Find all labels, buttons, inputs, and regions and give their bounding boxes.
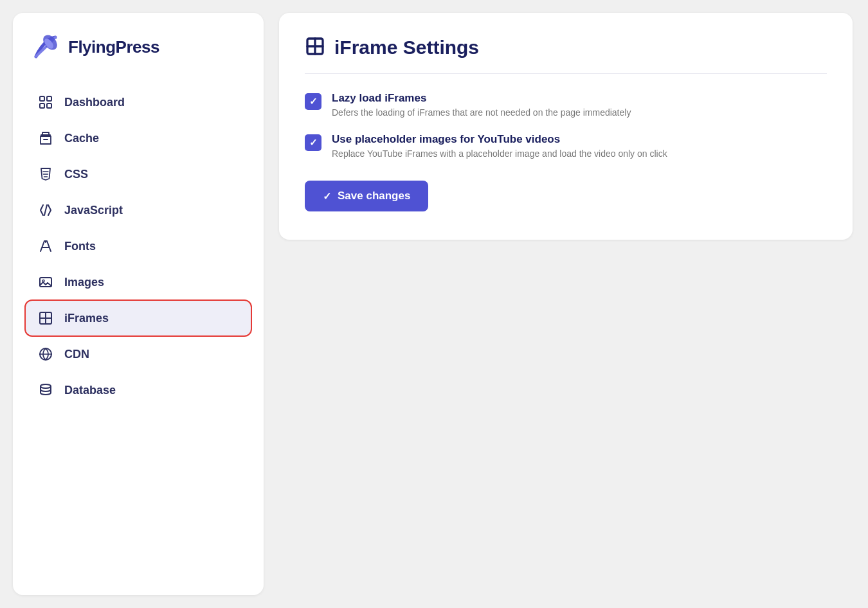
lazy-load-text: Lazy load iFrames Defers the loading of … [332,92,631,118]
sidebar-item-label: CDN [64,348,89,361]
content-card: iFrame Settings ✓ Lazy load iFrames Defe… [279,13,853,240]
sidebar-item-dashboard[interactable]: Dashboard [26,85,251,120]
settings-section: ✓ Lazy load iFrames Defers the loading o… [305,92,827,211]
sidebar-item-label: CSS [64,168,88,181]
lazy-load-description: Defers the loading of iFrames that are n… [332,107,631,118]
dashboard-icon [37,94,54,111]
sidebar-item-iframes[interactable]: iFrames [26,301,251,335]
checkmark-icon: ✓ [309,137,318,148]
cdn-icon [37,346,54,362]
placeholder-label: Use placeholder images for YouTube video… [332,133,667,146]
logo-area: FlyingPress [26,32,251,62]
fonts-icon [37,238,54,255]
javascript-icon [37,202,54,219]
save-check-icon: ✓ [323,190,331,202]
setting-row-lazy-load: ✓ Lazy load iFrames Defers the loading o… [305,92,827,118]
sidebar-item-label: Images [64,276,104,289]
css-icon [37,166,54,183]
sidebar-item-css[interactable]: CSS [26,157,251,192]
page-title-row: iFrame Settings [305,36,827,74]
main-content: iFrame Settings ✓ Lazy load iFrames Defe… [264,0,868,608]
images-icon [37,274,54,291]
placeholder-description: Replace YouTube iFrames with a placehold… [332,148,667,159]
save-button-wrapper: ✓ Save changes [305,174,827,211]
svg-point-7 [42,280,44,282]
sidebar: FlyingPress Dashboard Cache [13,13,264,595]
save-button-label: Save changes [338,190,410,202]
sidebar-item-images[interactable]: Images [26,265,251,300]
sidebar-item-label: Dashboard [64,96,125,109]
svg-rect-4 [40,103,44,108]
sidebar-item-label: Cache [64,132,99,145]
placeholder-checkbox[interactable]: ✓ [305,134,321,151]
svg-rect-3 [47,96,51,101]
svg-rect-5 [47,103,51,108]
page-title: iFrame Settings [334,37,479,58]
svg-rect-2 [40,96,44,101]
sidebar-item-label: iFrames [64,312,109,325]
sidebar-item-javascript[interactable]: JavaScript [26,193,251,228]
cache-icon [37,130,54,147]
flyingpress-logo-icon [31,32,60,62]
save-button[interactable]: ✓ Save changes [305,181,428,211]
sidebar-item-label: JavaScript [64,204,123,217]
placeholder-text: Use placeholder images for YouTube video… [332,133,667,159]
sidebar-item-fonts[interactable]: Fonts [26,229,251,264]
page-title-icon [305,36,325,59]
lazy-load-checkbox[interactable]: ✓ [305,93,321,110]
sidebar-item-database[interactable]: Database [26,373,251,407]
checkmark-icon: ✓ [309,96,318,107]
sidebar-item-cache[interactable]: Cache [26,121,251,156]
svg-point-10 [41,384,51,388]
logo-text: FlyingPress [68,37,159,57]
lazy-load-label: Lazy load iFrames [332,92,631,105]
sidebar-item-label: Fonts [64,240,96,253]
sidebar-item-cdn[interactable]: CDN [26,337,251,371]
database-icon [37,382,54,398]
iframes-icon [37,310,54,326]
setting-row-placeholder: ✓ Use placeholder images for YouTube vid… [305,133,827,159]
sidebar-item-label: Database [64,384,116,397]
